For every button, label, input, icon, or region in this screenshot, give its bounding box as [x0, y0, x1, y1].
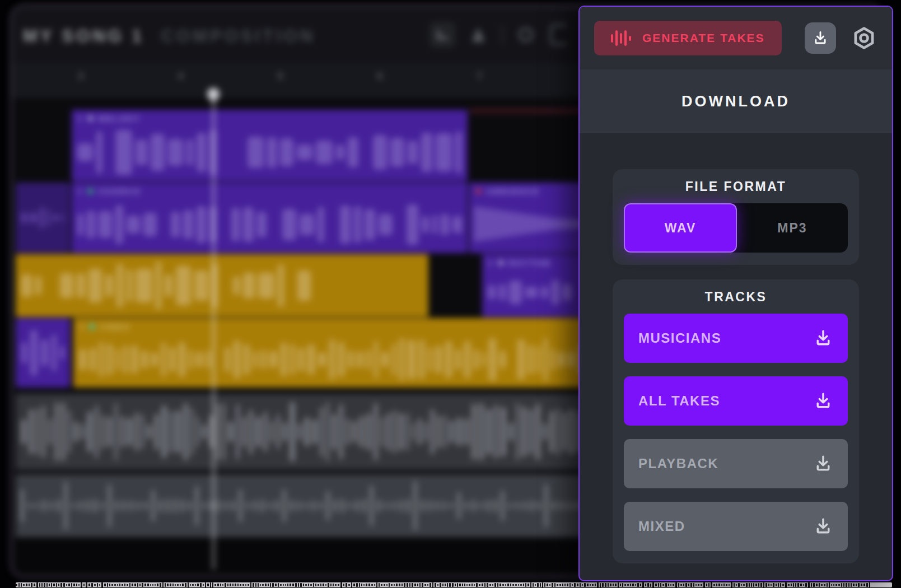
song-subtitle: COMPOSITION: [161, 26, 315, 46]
clip-play-icon: [80, 324, 85, 330]
melody-clip: MELODY: [72, 110, 468, 181]
settings-button[interactable]: [851, 25, 877, 52]
track-label: AMBIENCE: [486, 186, 540, 196]
download-playback-button[interactable]: PLAYBACK: [624, 439, 848, 488]
download-musicians-button[interactable]: MUSICIANS: [624, 314, 848, 363]
panel-body: FILE FORMAT WAV MP3 TRACKS MUSICIANS ALL…: [580, 133, 892, 563]
download-icon: [813, 516, 833, 536]
ruler-mark: 4: [178, 70, 184, 82]
percussion-clip: [16, 254, 428, 317]
panel-toolbar: GENERATE TAKES: [580, 7, 892, 69]
download-mixed-button[interactable]: MIXED: [624, 502, 848, 551]
song-titlebox: MY SONG 1 COMPOSITION: [23, 26, 315, 46]
waveform-icon: [611, 30, 631, 46]
metronome-icon: [430, 22, 455, 48]
intro-clip: [16, 183, 70, 253]
download-panel: GENERATE TAKES DOWNLOAD FILE FORMAT WAV …: [578, 6, 893, 581]
track-color-dot: [88, 189, 93, 194]
track-label: CHORUS: [98, 186, 141, 196]
track-label: VIBES: [100, 322, 130, 332]
track-color-dot: [88, 116, 93, 121]
gear-icon: [851, 25, 877, 51]
tracks-heading: TRACKS: [624, 290, 848, 305]
track-color-dot: [498, 260, 503, 265]
generate-takes-button[interactable]: GENERATE TAKES: [594, 21, 782, 55]
track-label: MELODY: [98, 114, 141, 123]
track-color-dot: [90, 324, 95, 329]
format-option-wav[interactable]: WAV: [624, 203, 737, 253]
clip-play-icon: [489, 260, 493, 266]
download-panel-button[interactable]: [805, 22, 836, 54]
loop-icon: [516, 23, 535, 46]
track-color-dot: [476, 189, 481, 194]
chorus-clip: CHORUS: [72, 183, 468, 253]
vibes-clip: VIBES: [73, 318, 606, 388]
ruler-mark: 5: [277, 70, 283, 82]
daw-toolbar-icons: [430, 22, 568, 48]
ruler-mark: 7: [477, 70, 483, 82]
tracks-list: MUSICIANS ALL TAKES PLAYBACK MIXED: [624, 314, 848, 551]
song-title: MY SONG 1: [23, 26, 144, 46]
format-option-mp3[interactable]: MP3: [737, 203, 848, 253]
file-format-heading: FILE FORMAT: [624, 179, 848, 194]
download-icon: [813, 454, 833, 474]
playhead-line: [213, 90, 214, 570]
download-icon: [813, 328, 833, 348]
download-icon: [812, 30, 829, 46]
track-label: RHYTHM: [508, 258, 551, 268]
ruler-mark: 3: [78, 70, 84, 82]
tracks-card: TRACKS MUSICIANS ALL TAKES PLAYBACK MIXE…: [613, 279, 859, 563]
file-format-toggle: WAV MP3: [624, 203, 848, 253]
download-all-takes-button[interactable]: ALL TAKES: [624, 376, 848, 426]
panel-title: DOWNLOAD: [580, 69, 892, 133]
clip-play-icon: [78, 189, 83, 194]
ruler-mark: 6: [377, 70, 383, 82]
clip-play-icon: [78, 116, 83, 122]
clipped-panel-icon: [549, 23, 568, 46]
download-icon: [813, 391, 833, 411]
notification-icon: [469, 23, 488, 46]
file-format-card: FILE FORMAT WAV MP3: [613, 169, 859, 265]
generate-takes-label: GENERATE TAKES: [642, 31, 765, 45]
bottom-waveform-strip: [16, 582, 892, 587]
pickup-clip: [16, 318, 70, 388]
toolbar-divider: [501, 25, 503, 44]
